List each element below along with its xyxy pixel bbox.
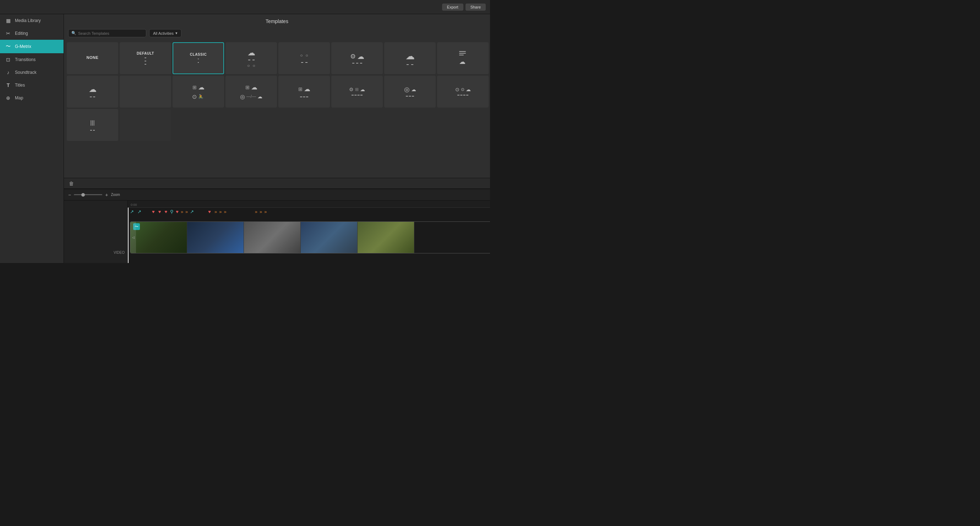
marker-1: ↗	[130, 209, 134, 215]
top-bar: Export Share	[0, 0, 490, 14]
marker-2: ↗	[137, 209, 141, 215]
timeline-labels: VIDEO	[64, 200, 128, 263]
zoom-in-button[interactable]: +	[105, 192, 108, 198]
bottom-toolbar: 🗑	[64, 178, 490, 189]
titles-icon: T	[5, 83, 11, 88]
video-thumb-5	[358, 222, 414, 253]
marker-15: »	[255, 209, 258, 215]
template-default[interactable]: DEFAULT	[120, 42, 171, 74]
sidebar-item-titles[interactable]: T Titles	[0, 79, 64, 92]
video-thumb-2	[187, 222, 244, 253]
sidebar-item-transitions[interactable]: ⊡ Transitions	[0, 53, 64, 66]
timeline-track-area: ↗ ↗ ♥ ♥ ♥ ⚲ ♥ » » ↗ ♥ » »	[128, 208, 490, 263]
marker-16: »	[259, 209, 262, 215]
marker-5: ♥	[164, 209, 167, 215]
marker-17: »	[264, 209, 267, 215]
marker-10: ↗	[190, 209, 194, 215]
share-button[interactable]: Share	[466, 3, 486, 11]
scissors-icon: ✂	[5, 30, 11, 36]
marker-4: ♥	[158, 209, 161, 215]
template-t12[interactable]: ⊞ ☁ ◎ —/— ☁	[226, 76, 277, 108]
emotion-markers-row: ↗ ↗ ♥ ♥ ♥ ⚲ ♥ » » ↗ ♥ » »	[128, 208, 490, 215]
template-grid: NONE DEFAULT CLASSIC	[65, 41, 490, 142]
template-t13[interactable]: ⊞ ☁	[278, 76, 330, 108]
video-thumb-3	[244, 222, 301, 253]
search-icon: 🔍	[72, 31, 76, 35]
search-box-container: 🔍	[68, 29, 146, 37]
timeline-body: VIDEO 0:00 ↗ ↗ ♥	[64, 200, 490, 263]
music-icon: ♪	[5, 70, 11, 75]
marker-7: ♥	[176, 209, 178, 215]
template-t11[interactable]: ⊞ ☁ ⊙ 🚴	[173, 76, 224, 108]
sidebar-item-media-library[interactable]: ▦ Media Library	[0, 14, 64, 27]
sidebar-item-g-metrix[interactable]: 〜 G-Metrix	[0, 40, 64, 53]
transitions-icon: ⊡	[5, 57, 11, 62]
marker-12: »	[215, 209, 217, 215]
template-t9[interactable]: ☁	[67, 76, 118, 108]
templates-title: Templates	[64, 14, 490, 27]
track-left-handle[interactable]: ◁	[130, 222, 136, 253]
sidebar-item-editing[interactable]: ✂ Editing	[0, 27, 64, 40]
chevron-down-icon: ▾	[175, 31, 178, 35]
template-none[interactable]: NONE	[67, 42, 118, 74]
template-t6[interactable]: ⚙ ☁	[331, 42, 383, 74]
activities-dropdown[interactable]: All Activities ▾	[149, 29, 181, 37]
template-classic[interactable]: CLASSIC	[173, 42, 224, 74]
video-track-strip[interactable]: 〜 ◁ ▷	[130, 221, 490, 253]
zoom-slider[interactable]	[74, 194, 102, 195]
template-grid-container: NONE DEFAULT CLASSIC	[64, 40, 490, 178]
search-input[interactable]	[78, 31, 135, 35]
content-area: Templates 🔍 All Activities ▾ NONE DEF	[64, 14, 490, 263]
video-thumb-4	[301, 222, 358, 253]
timeline-controls: − + Zoom	[64, 189, 490, 200]
sidebar: ▦ Media Library ✂ Editing 〜 G-Metrix ⊡ T…	[0, 14, 64, 263]
video-track-row: 〜 ◁ ▷	[128, 215, 490, 259]
marker-3: ♥	[152, 209, 155, 215]
template-t5[interactable]: ○ ○	[278, 42, 330, 74]
marker-13: »	[219, 209, 221, 215]
template-t15[interactable]: ◎ ☁	[384, 76, 436, 108]
sidebar-item-soundtrack[interactable]: ♪ Soundtrack	[0, 66, 64, 79]
marker-8: »	[181, 209, 183, 215]
search-filter-bar: 🔍 All Activities ▾	[64, 27, 490, 40]
g-metrix-icon: 〜	[5, 43, 11, 50]
template-t14[interactable]: ⚙ ⊞ ☁	[331, 76, 383, 108]
template-t7[interactable]: ☁	[384, 42, 436, 74]
marker-11: ♥	[208, 209, 211, 215]
delete-template-button[interactable]: 🗑	[69, 181, 74, 186]
export-button[interactable]: Export	[442, 3, 463, 11]
template-t8[interactable]: ☁	[437, 42, 488, 74]
timeline-tracks[interactable]: 0:00 ↗ ↗ ♥ ♥ ♥ ⚲ ♥	[128, 200, 490, 263]
template-t16[interactable]: ⊙ ⊙ ☁	[437, 76, 488, 108]
main-layout: ▦ Media Library ✂ Editing 〜 G-Metrix ⊡ T…	[0, 14, 490, 263]
media-library-icon: ▦	[5, 18, 11, 24]
map-icon: ⊕	[5, 95, 11, 101]
timeline-ruler: 0:00	[128, 200, 490, 208]
marker-14: »	[224, 209, 226, 215]
zoom-out-button[interactable]: −	[68, 192, 71, 198]
marker-9: »	[185, 209, 188, 215]
template-partial[interactable]	[120, 109, 171, 141]
sidebar-item-map[interactable]: ⊕ Map	[0, 92, 64, 104]
template-t17[interactable]: ⫼	[67, 109, 118, 141]
marker-6: ⚲	[170, 209, 173, 215]
template-t4[interactable]: ☁ ○ ○	[226, 42, 277, 74]
timeline-area: − + Zoom VIDEO 0:00	[64, 189, 490, 263]
template-t10[interactable]	[120, 76, 171, 108]
